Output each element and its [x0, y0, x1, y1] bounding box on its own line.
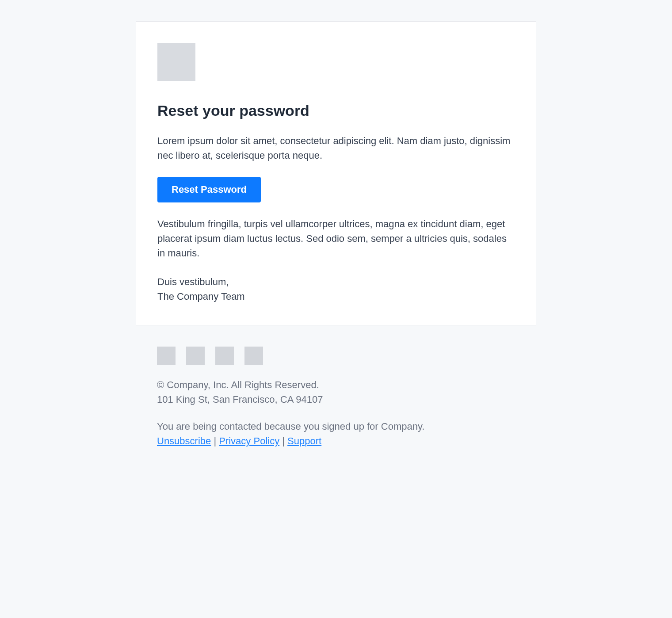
closing-line-2: The Company Team	[157, 289, 515, 304]
reset-password-button[interactable]: Reset Password	[157, 177, 261, 202]
followup-paragraph: Vestibulum fringilla, turpis vel ullamco…	[157, 217, 515, 260]
separator: |	[211, 435, 219, 446]
contact-reason-text: You are being contacted because you sign…	[157, 419, 515, 434]
social-icon[interactable]	[186, 347, 205, 365]
footer-contact-block: You are being contacted because you sign…	[157, 419, 515, 448]
email-card: Reset your password Lorem ipsum dolor si…	[136, 21, 536, 325]
separator: |	[279, 435, 287, 446]
address-text: 101 King St, San Francisco, CA 94107	[157, 392, 515, 407]
closing-block: Duis vestibulum, The Company Team	[157, 275, 515, 304]
social-icon[interactable]	[244, 347, 263, 365]
footer: © Company, Inc. All Rights Reserved. 101…	[136, 325, 536, 469]
intro-paragraph: Lorem ipsum dolor sit amet, consectetur …	[157, 134, 515, 163]
heading: Reset your password	[157, 102, 515, 119]
closing-line-1: Duis vestibulum,	[157, 275, 515, 289]
footer-company-block: © Company, Inc. All Rights Reserved. 101…	[157, 378, 515, 407]
social-icons-row	[157, 347, 515, 365]
footer-links-row: Unsubscribe | Privacy Policy | Support	[157, 434, 515, 448]
copyright-text: © Company, Inc. All Rights Reserved.	[157, 378, 515, 392]
unsubscribe-link[interactable]: Unsubscribe	[157, 435, 211, 446]
logo-placeholder	[157, 43, 195, 81]
social-icon[interactable]	[157, 347, 176, 365]
privacy-policy-link[interactable]: Privacy Policy	[219, 435, 279, 446]
social-icon[interactable]	[215, 347, 234, 365]
support-link[interactable]: Support	[287, 435, 321, 446]
